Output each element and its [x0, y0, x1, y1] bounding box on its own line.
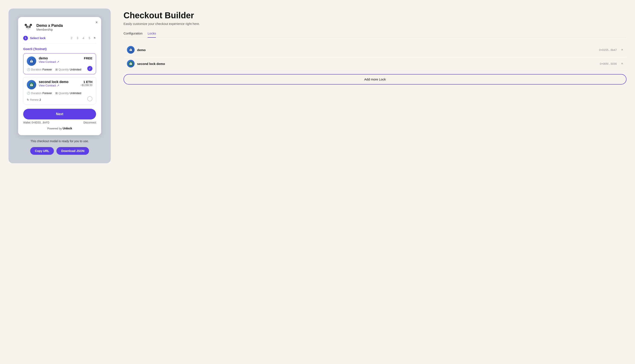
lock-select-second[interactable]: [87, 96, 93, 101]
wallet-address: Wallet: 0×8D33...8AFD: [23, 121, 50, 124]
external-link-icon-2: ↗: [57, 84, 59, 87]
quantity-icon: ⊞: [55, 68, 58, 71]
view-contract-demo-label: View Contract: [39, 60, 56, 64]
renew-value-second: 2: [40, 98, 41, 101]
page-title: Checkout Builder: [124, 11, 626, 20]
close-button[interactable]: ×: [95, 20, 98, 24]
svg-point-11: [25, 24, 27, 26]
checkmark-icon: ✓: [87, 66, 93, 71]
lock-icon-demo: [27, 56, 36, 66]
tabs: Configuration Locks: [124, 32, 626, 38]
lock-details-second: 🕐 Duration Forever ⊞ Quantity Unlimited …: [27, 92, 93, 101]
step-1-indicator: 1: [23, 36, 28, 40]
unlock-brand: Unlock: [63, 127, 72, 130]
step-1-label: Select lock: [30, 36, 46, 40]
modal-subtitle: Membership: [37, 28, 63, 31]
svg-point-6: [27, 26, 28, 27]
svg-point-8: [28, 28, 29, 28]
lock-info-second: second lock demo View Contract ↗: [39, 80, 78, 87]
lock-info-demo: demo View Contract ↗: [39, 56, 81, 64]
quantity-value-second: Unlimited: [70, 92, 81, 95]
lock-select-demo[interactable]: ✓: [87, 66, 93, 71]
empty-circle-icon: [87, 96, 93, 101]
powered-by: Powered by Unlock: [23, 127, 96, 130]
lock-price-value-demo: FREE: [84, 56, 93, 60]
lock-row-icon-second: [127, 60, 135, 68]
wallet-info: Wallet: 0×8D33...8AFD Disconnect: [23, 121, 96, 124]
lock-row-icon-demo: [127, 46, 135, 54]
duration-icon-2: 🕐: [27, 92, 30, 95]
step-2[interactable]: 2: [70, 36, 74, 40]
steps-bar: 1 Select lock 2 3 4 5 ⚑: [23, 36, 96, 44]
page-subtitle: Easily customize your checkout experienc…: [124, 22, 626, 26]
lock-contract-link-second[interactable]: View Contract ↗: [39, 84, 78, 87]
quantity-label-second: Quantity: [59, 92, 69, 95]
duration-icon: 🕐: [27, 68, 30, 71]
lock-icon-second: [27, 80, 36, 90]
renew-icon: ↻: [27, 98, 29, 101]
modal-title-group: Demo x Panda Membership: [37, 24, 63, 31]
svg-point-7: [30, 26, 30, 27]
disconnect-button[interactable]: Disconnect: [84, 121, 96, 124]
lock-row-name-second: second lock demo: [137, 62, 597, 66]
quantity-value-demo: Unlimited: [70, 68, 81, 71]
lock-name-demo: demo: [39, 56, 81, 60]
modal-title: Demo x Panda: [37, 24, 63, 28]
svg-point-12: [31, 24, 32, 26]
quantity-label-demo: Quantity: [59, 68, 69, 71]
lock-card-demo-top: demo View Contract ↗ FREE: [27, 56, 93, 66]
panda-logo: [23, 22, 34, 32]
duration-value-second: Forever: [42, 92, 52, 95]
lock-card-demo[interactable]: demo View Contract ↗ FREE 🕐 Duration For…: [23, 53, 96, 74]
lock-row-remove-demo[interactable]: ×: [621, 48, 623, 52]
step-flag-icon: ⚑: [93, 36, 96, 40]
network-label: Goerli (Testnet): [23, 47, 96, 51]
lock-duration-second: 🕐 Duration Forever: [27, 92, 52, 95]
quantity-icon-2: ⊞: [55, 92, 58, 95]
add-more-lock-button[interactable]: Add more Lock: [124, 74, 626, 84]
lock-row-second: second lock demo 0×005f...5030 ×: [124, 57, 626, 71]
lock-row-name-demo: demo: [137, 48, 596, 52]
wallet-label: Wallet:: [23, 121, 31, 124]
external-link-icon: ↗: [57, 60, 59, 64]
lock-name-second: second lock demo: [39, 80, 78, 84]
lock-duration-demo: 🕐 Duration Forever: [27, 68, 52, 71]
step-5[interactable]: 5: [87, 36, 92, 40]
ready-text: This checkout modal is ready for you to …: [31, 140, 89, 143]
lock-details-demo: 🕐 Duration Forever ⊞ Quantity Unlimited …: [27, 68, 93, 71]
lock-row-demo: demo 0×0155...6b47 ×: [124, 43, 626, 57]
lock-price-sub-second: ~$1286.50: [80, 84, 93, 87]
powered-by-text: Powered by: [47, 127, 62, 130]
lock-price-second: 1 ETH ~$1286.50: [80, 80, 93, 87]
lock-row-address-demo: 0×0155...6b47: [599, 48, 617, 52]
step-4[interactable]: 4: [81, 36, 86, 40]
copy-url-button[interactable]: Copy URL: [30, 147, 54, 155]
lock-quantity-second: ⊞ Quantity Unlimited: [55, 92, 81, 95]
view-contract-second-label: View Contract: [39, 84, 56, 87]
lock-price-value-second: 1 ETH: [80, 80, 93, 84]
modal-header: Demo x Panda Membership: [23, 22, 96, 32]
modal-actions: Copy URL Download JSON: [30, 147, 89, 155]
lock-contract-link-demo[interactable]: View Contract ↗: [39, 60, 81, 64]
lock-row-address-second: 0×005f...5030: [600, 62, 617, 65]
lock-card-second-top: second lock demo View Contract ↗ 1 ETH ~…: [27, 80, 93, 90]
duration-value-demo: Forever: [42, 68, 52, 71]
lock-quantity-demo: ⊞ Quantity Unlimited: [55, 68, 81, 71]
tab-configuration[interactable]: Configuration: [124, 32, 143, 38]
lock-price-demo: FREE: [84, 56, 93, 60]
duration-label-demo: Duration: [31, 68, 42, 71]
lock-row-remove-second[interactable]: ×: [621, 62, 623, 66]
right-panel: Checkout Builder Easily customize your c…: [124, 8, 626, 84]
step-3[interactable]: 3: [75, 36, 80, 40]
left-panel: ×: [9, 8, 111, 163]
checkout-modal: ×: [18, 17, 101, 135]
duration-label-second: Duration: [31, 92, 42, 95]
lock-renew-second: ↻ Renew 2: [27, 98, 41, 101]
tab-locks[interactable]: Locks: [148, 32, 156, 38]
lock-card-second[interactable]: second lock demo View Contract ↗ 1 ETH ~…: [23, 77, 96, 104]
renew-label-second: Renew: [30, 98, 39, 101]
next-button[interactable]: Next: [23, 109, 96, 120]
step-numbers: 2 3 4 5 ⚑: [70, 36, 96, 40]
download-json-button[interactable]: Download JSON: [57, 147, 89, 155]
locks-list: demo 0×0155...6b47 × second lock demo 0×…: [124, 43, 626, 71]
